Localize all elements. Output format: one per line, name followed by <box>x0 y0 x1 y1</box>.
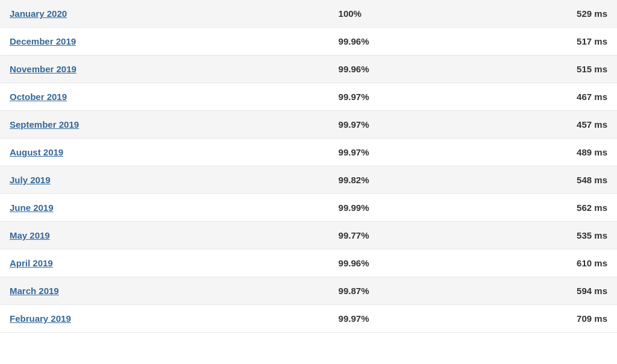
table-row: March 201999.87%594 ms <box>0 277 617 305</box>
response-time-column: 515 ms <box>470 64 607 74</box>
response-time-column: 529 ms <box>470 8 607 19</box>
month-column: July 2019 <box>10 175 339 185</box>
uptime-column: 99.87% <box>339 286 470 296</box>
uptime-column: 99.96% <box>339 36 470 46</box>
month-link[interactable]: August 2019 <box>10 147 63 157</box>
table-row: September 201999.97%457 ms <box>0 111 617 139</box>
month-column: February 2019 <box>10 313 339 324</box>
response-time-column: 562 ms <box>470 202 607 213</box>
month-link[interactable]: October 2019 <box>10 92 67 102</box>
table-row: June 201999.99%562 ms <box>0 194 617 222</box>
table-row: November 201999.96%515 ms <box>0 55 617 83</box>
uptime-column: 99.96% <box>339 64 470 74</box>
month-link[interactable]: June 2019 <box>10 202 54 213</box>
table-row: July 201999.82%548 ms <box>0 166 617 194</box>
response-time-column: 535 ms <box>470 230 607 240</box>
month-link[interactable]: April 2019 <box>10 258 53 268</box>
uptime-column: 99.77% <box>339 230 470 240</box>
month-link[interactable]: January 2020 <box>10 8 67 19</box>
uptime-column: 100% <box>339 8 470 19</box>
month-link[interactable]: September 2019 <box>10 119 79 130</box>
uptime-column: 99.82% <box>339 175 470 185</box>
response-time-column: 457 ms <box>470 119 607 130</box>
uptime-column: 99.99% <box>339 202 470 213</box>
uptime-column: 99.97% <box>339 92 470 102</box>
month-column: January 2020 <box>10 8 339 19</box>
response-time-column: 517 ms <box>470 36 607 46</box>
month-column: May 2019 <box>10 230 339 240</box>
month-link[interactable]: March 2019 <box>10 286 59 296</box>
table-row: May 201999.77%535 ms <box>0 222 617 249</box>
month-link[interactable]: May 2019 <box>10 230 50 240</box>
response-time-column: 610 ms <box>470 258 607 268</box>
table-row: April 201999.96%610 ms <box>0 249 617 277</box>
month-column: October 2019 <box>10 92 339 102</box>
month-link[interactable]: July 2019 <box>10 175 51 185</box>
response-time-column: 594 ms <box>470 286 607 296</box>
uptime-column: 99.97% <box>339 119 470 130</box>
uptime-column: 99.97% <box>339 313 470 324</box>
table-row: October 201999.97%467 ms <box>0 83 617 111</box>
table-row: August 201999.97%489 ms <box>0 139 617 166</box>
uptime-column: 99.96% <box>339 258 470 268</box>
month-column: April 2019 <box>10 258 339 268</box>
table-row: February 201999.97%709 ms <box>0 305 617 333</box>
month-column: December 2019 <box>10 36 339 46</box>
month-link[interactable]: February 2019 <box>10 313 71 324</box>
uptime-table: January 2020100%529 msDecember 201999.96… <box>0 0 617 333</box>
month-link[interactable]: December 2019 <box>10 36 76 46</box>
month-column: August 2019 <box>10 147 339 157</box>
month-column: September 2019 <box>10 119 339 130</box>
month-link[interactable]: November 2019 <box>10 64 77 74</box>
month-column: June 2019 <box>10 202 339 213</box>
response-time-column: 467 ms <box>470 92 607 102</box>
month-column: March 2019 <box>10 286 339 296</box>
response-time-column: 489 ms <box>470 147 607 157</box>
response-time-column: 709 ms <box>470 313 607 324</box>
response-time-column: 548 ms <box>470 175 607 185</box>
table-row: January 2020100%529 ms <box>0 0 617 28</box>
table-row: December 201999.96%517 ms <box>0 28 617 55</box>
month-column: November 2019 <box>10 64 339 74</box>
uptime-column: 99.97% <box>339 147 470 157</box>
